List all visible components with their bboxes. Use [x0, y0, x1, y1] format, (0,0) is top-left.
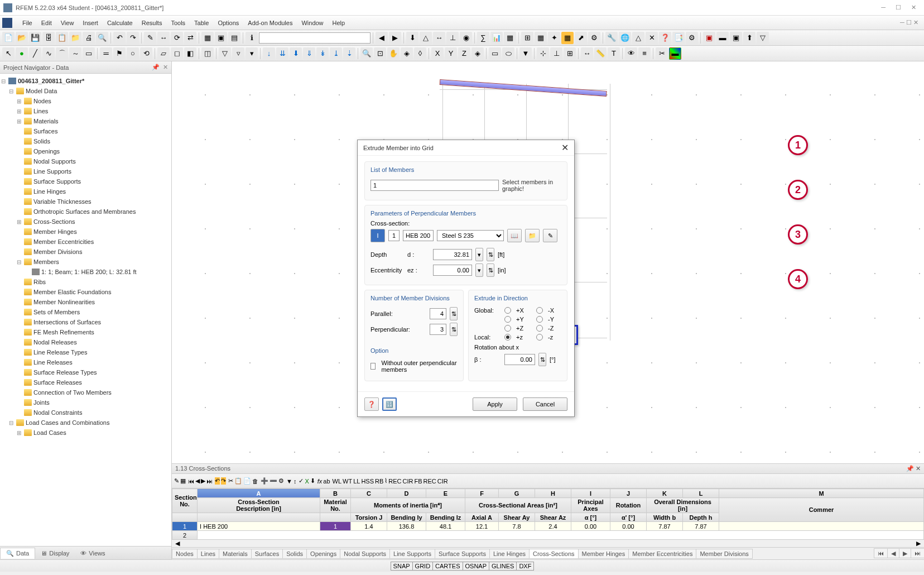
- tbl-rec-icon[interactable]: REC: [388, 478, 401, 485]
- redo-icon[interactable]: ↷: [127, 32, 139, 44]
- help-icon[interactable]: ❓: [659, 32, 671, 44]
- tree-root[interactable]: 004613_200811_Gitter*: [18, 78, 84, 84]
- preview-icon[interactable]: 🔍: [96, 32, 108, 44]
- extrude-icon[interactable]: ⬈: [575, 32, 587, 44]
- gear-icon[interactable]: ⚙: [686, 32, 698, 44]
- menu-tools[interactable]: Tools: [166, 18, 190, 28]
- tree-item[interactable]: Nodal Releases: [33, 339, 77, 346]
- tab-data[interactable]: 🔍Data: [0, 548, 35, 559]
- open-icon[interactable]: 📂: [16, 32, 28, 44]
- tree-item[interactable]: Line Hinges: [33, 188, 66, 195]
- radio-pz[interactable]: [504, 325, 511, 332]
- viso-icon[interactable]: ◈: [471, 47, 484, 60]
- vz-icon[interactable]: Z: [458, 47, 470, 60]
- depth-spinner[interactable]: ⇅: [487, 248, 494, 261]
- line-icon[interactable]: ╱: [29, 47, 41, 60]
- copy-icon[interactable]: 📋: [56, 32, 68, 44]
- tbl-wt-icon[interactable]: WT: [343, 478, 352, 485]
- tree-item[interactable]: Nodal Constraints: [33, 409, 82, 416]
- hinge-icon[interactable]: ○: [127, 47, 139, 60]
- units-icon[interactable]: 🔢: [382, 397, 397, 411]
- tab-display[interactable]: 🖥Display: [35, 548, 75, 558]
- close-icon[interactable]: ✕: [911, 4, 916, 11]
- pan-icon[interactable]: ✋: [387, 47, 400, 60]
- iso-icon[interactable]: ◈: [401, 47, 413, 60]
- radio-nx[interactable]: [536, 307, 543, 314]
- release-icon[interactable]: ⟲: [140, 47, 152, 60]
- tree-item[interactable]: Surface Supports: [33, 178, 81, 185]
- load2-icon[interactable]: ⇊: [276, 47, 288, 60]
- tree-item[interactable]: Line Releases: [33, 359, 73, 366]
- cs-name-input[interactable]: [403, 230, 434, 241]
- dialog-close-icon[interactable]: ✕: [561, 142, 569, 153]
- undo-icon[interactable]: ↶: [113, 32, 126, 44]
- tbl-next-icon[interactable]: ▶: [201, 477, 205, 485]
- edit-cs-icon[interactable]: ✎: [543, 229, 557, 242]
- table-tab[interactable]: Surface Supports: [435, 549, 490, 559]
- load1-icon[interactable]: ↓: [263, 47, 275, 60]
- menu-addon[interactable]: Add-on Modules: [243, 18, 297, 28]
- surfsup-icon[interactable]: ▾: [246, 47, 258, 60]
- parallel-input[interactable]: [430, 308, 446, 319]
- tree-item[interactable]: Line Supports: [33, 168, 71, 175]
- tree-item[interactable]: Member Eccentricities: [33, 238, 94, 245]
- radio-py[interactable]: [504, 316, 511, 323]
- tree-item[interactable]: Member Nonlinearities: [33, 299, 95, 305]
- tree-item[interactable]: Surfaces: [33, 128, 57, 135]
- tree-item[interactable]: Variable Thicknesses: [33, 198, 92, 205]
- display-icon[interactable]: 👁: [625, 47, 637, 60]
- vx-icon[interactable]: X: [431, 47, 444, 60]
- perp-input[interactable]: [430, 324, 446, 335]
- table-tab[interactable]: Openings: [306, 549, 340, 559]
- tree-item[interactable]: Connection of Two Members: [33, 389, 112, 396]
- apply-button[interactable]: Apply: [473, 397, 517, 411]
- status-osnap[interactable]: OSNAP: [463, 562, 490, 571]
- cursor-icon[interactable]: ↖: [2, 47, 15, 60]
- pyramid-icon[interactable]: △: [632, 32, 644, 44]
- nav-right-icon[interactable]: ▶: [389, 32, 401, 44]
- tree-item[interactable]: Member Divisions: [33, 248, 82, 255]
- tbl-undo-icon[interactable]: ↶: [215, 477, 220, 485]
- calc-icon[interactable]: ∑: [477, 32, 489, 44]
- saveall-icon[interactable]: 🗄: [42, 32, 55, 44]
- tree-modeldata[interactable]: Model Data: [26, 88, 57, 94]
- polyline-icon[interactable]: ∿: [42, 47, 55, 60]
- timber-icon[interactable]: ⬆: [743, 32, 755, 44]
- menu-insert[interactable]: Insert: [78, 18, 103, 28]
- tree-item[interactable]: Solids: [33, 138, 50, 145]
- cancel-button[interactable]: Cancel: [523, 397, 567, 411]
- tree-item[interactable]: FE Mesh Refinements: [33, 329, 94, 336]
- tree-item[interactable]: Lines: [33, 108, 48, 114]
- rotate-icon[interactable]: ⟳: [171, 32, 183, 44]
- foundation-icon[interactable]: ▽: [757, 32, 769, 44]
- parallel-spinner[interactable]: ⇅: [450, 307, 458, 320]
- section-icon[interactable]: ⊥: [446, 32, 459, 44]
- tbl-weld-icon[interactable]: ⌇: [384, 477, 387, 485]
- rotation-input[interactable]: [504, 354, 535, 365]
- library-icon[interactable]: 📖: [507, 229, 522, 242]
- persp-icon[interactable]: ◊: [414, 47, 426, 60]
- tbl-redo-icon[interactable]: ↷: [221, 477, 226, 485]
- menu-view[interactable]: View: [56, 18, 79, 28]
- table-tab[interactable]: Nodes: [172, 549, 198, 559]
- tbl-cir-icon[interactable]: CIR: [403, 478, 413, 485]
- menu-edit[interactable]: Edit: [37, 18, 56, 28]
- tbl-check-icon[interactable]: ✓: [299, 477, 304, 485]
- tbl-hss-icon[interactable]: HSS: [361, 478, 374, 485]
- tbl-insrow-icon[interactable]: ➕: [261, 477, 268, 485]
- axes-icon[interactable]: ✦: [548, 32, 560, 44]
- cs-material-select[interactable]: Steel S 235: [437, 230, 504, 241]
- tbl-rb-icon[interactable]: RB: [375, 478, 383, 485]
- tile-icon[interactable]: ▤: [228, 32, 240, 44]
- tbl-abc-icon[interactable]: ab: [323, 478, 330, 485]
- module-icon[interactable]: ▣: [703, 32, 715, 44]
- mirror-icon[interactable]: ⇄: [184, 32, 196, 44]
- pin-icon[interactable]: 📌: [152, 64, 160, 71]
- perp-spinner[interactable]: ⇅: [450, 323, 458, 336]
- cross-icon[interactable]: ✕: [646, 32, 658, 44]
- tbl-generate-icon[interactable]: ⚙: [278, 477, 284, 485]
- nav-left-icon[interactable]: ◀: [376, 32, 388, 44]
- dim2-icon[interactable]: ↔: [581, 47, 593, 60]
- render-icon[interactable]: ◉: [460, 32, 472, 44]
- load3-icon[interactable]: ⬇: [290, 47, 302, 60]
